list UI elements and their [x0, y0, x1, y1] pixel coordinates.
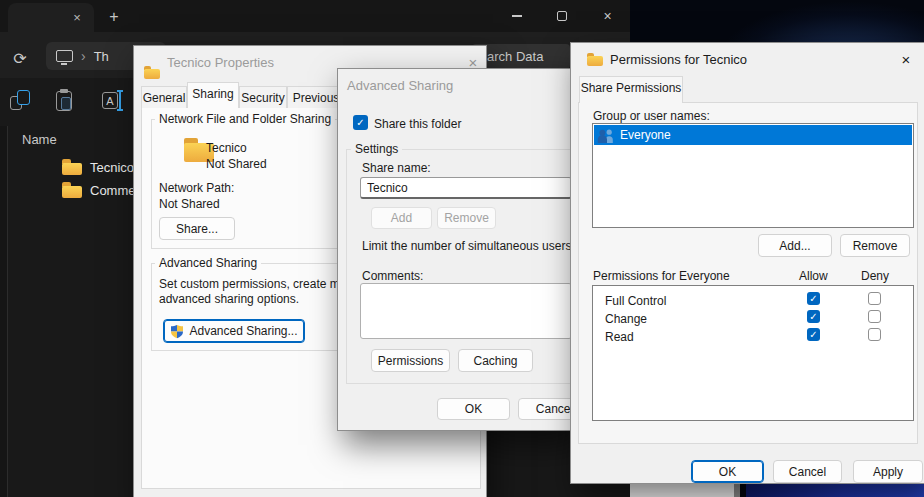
caching-button[interactable]: Caching [458, 349, 533, 372]
permissions-dialog-title: Permissions for Tecnico [610, 52, 747, 67]
close-icon: × [603, 9, 611, 23]
settings-group-title: Settings [351, 142, 402, 156]
properties-dialog-title: Tecnico Properties [167, 55, 274, 70]
share-this-folder-checkbox[interactable]: ✓ [353, 115, 368, 130]
paste-icon-clip [60, 89, 68, 93]
pane-divider [0, 126, 8, 497]
refresh-icon: ⟳ [13, 49, 26, 68]
tab-close-icon[interactable]: × [68, 8, 86, 26]
screen: × + × ⟳ › Th arch Data A Name [0, 0, 924, 497]
permissions-dialog: Permissions for Tecnico × Share Permissi… [570, 42, 924, 484]
share-button[interactable]: Share... [159, 217, 235, 240]
allow-column-header: Allow [799, 269, 828, 283]
uac-shield-icon [170, 324, 184, 339]
maximize-icon [557, 11, 567, 21]
permissions-apply-button[interactable]: Apply [853, 460, 923, 483]
check-icon: ✓ [809, 293, 817, 304]
permissions-table-header: Permissions for Everyone [593, 269, 730, 283]
paste-button[interactable] [54, 90, 76, 112]
allow-full-control-checkbox[interactable]: ✓ [807, 292, 820, 305]
advanced-sharing-dialog: Advanced Sharing ✓ Share this folder Set… [337, 68, 573, 431]
maximize-button[interactable] [539, 0, 584, 32]
share-name-input[interactable] [360, 177, 572, 199]
remove-group-button[interactable]: Remove [840, 234, 910, 257]
limit-users-label: Limit the number of simultaneous users t… [362, 239, 573, 253]
permissions-ok-button[interactable]: OK [691, 460, 764, 483]
remove-share-button[interactable]: Remove [437, 207, 496, 229]
add-group-button[interactable]: Add... [758, 234, 832, 257]
new-tab-button[interactable]: + [104, 7, 124, 27]
rename-icon: A [102, 92, 118, 109]
check-icon: ✓ [809, 311, 817, 322]
group-user-names-label: Group or user names: [593, 109, 710, 123]
close-icon[interactable]: × [897, 50, 915, 68]
network-path-label: Network Path: [159, 181, 234, 195]
deny-column-header: Deny [861, 269, 889, 283]
copy-icon-front [17, 90, 30, 105]
deny-change-checkbox[interactable] [868, 310, 881, 323]
advanced-sharing-desc-line1: Set custom permissions, create multip [159, 277, 362, 291]
deny-read-checkbox[interactable] [868, 328, 881, 341]
copy-button[interactable] [10, 90, 32, 112]
permissions-button[interactable]: Permissions [371, 349, 450, 372]
breadcrumb-text[interactable]: Th [94, 49, 109, 64]
group-user-listbox[interactable]: Everyone [592, 123, 914, 228]
tab-security[interactable]: Security [239, 86, 287, 108]
folder-icon [144, 66, 160, 79]
network-sharing-group-title: Network File and Folder Sharing [155, 112, 335, 126]
refresh-button[interactable]: ⟳ [10, 48, 30, 68]
permission-row-label: Change [605, 312, 647, 326]
folder-name: Tecnico [206, 141, 247, 155]
advanced-sharing-button[interactable]: Advanced Sharing... [163, 319, 305, 343]
permission-row-label: Full Control [605, 294, 666, 308]
minimize-button[interactable] [494, 0, 539, 32]
rename-cursor-icon [119, 90, 121, 111]
check-icon: ✓ [809, 329, 817, 340]
advanced-cancel-button[interactable]: Cancel [518, 398, 573, 420]
chevron-right-icon: › [81, 48, 86, 64]
share-this-folder-label: Share this folder [374, 117, 461, 131]
folder-icon [62, 159, 82, 175]
tab-general[interactable]: General [141, 86, 187, 108]
advanced-sharing-dialog-title: Advanced Sharing [347, 78, 453, 93]
tab-sharing[interactable]: Sharing [187, 82, 239, 108]
advanced-sharing-group-title: Advanced Sharing [155, 256, 261, 270]
list-item-label: Everyone [620, 128, 671, 142]
explorer-active-tab[interactable]: × [8, 3, 94, 32]
group-users-icon [597, 128, 615, 143]
tab-share-permissions[interactable]: Share Permissions [579, 76, 683, 103]
permissions-cancel-button[interactable]: Cancel [773, 460, 842, 483]
folder-icon [62, 182, 82, 198]
permissions-listbox[interactable]: Full Control ✓ Change ✓ Read ✓ [592, 285, 914, 421]
allow-change-checkbox[interactable]: ✓ [807, 310, 820, 323]
share-name-label: Share name: [362, 161, 431, 175]
file-row-label: Tecnico [90, 160, 134, 175]
advanced-sharing-desc-line2: advanced sharing options. [159, 292, 299, 306]
check-icon: ✓ [356, 117, 364, 128]
advanced-sharing-button-label: Advanced Sharing... [189, 324, 297, 338]
deny-full-control-checkbox[interactable] [868, 292, 881, 305]
comments-label: Comments: [362, 269, 423, 283]
advanced-ok-button[interactable]: OK [437, 398, 510, 420]
add-share-button[interactable]: Add [371, 207, 432, 229]
paste-icon-sheet [61, 97, 71, 110]
allow-read-checkbox[interactable]: ✓ [807, 328, 820, 341]
comments-textarea[interactable] [360, 283, 572, 339]
minimize-icon [512, 15, 522, 17]
permission-row-label: Read [605, 330, 634, 344]
network-path-value: Not Shared [159, 197, 220, 211]
folder-icon [587, 53, 603, 66]
folder-share-status: Not Shared [206, 157, 267, 171]
this-pc-icon [56, 50, 73, 62]
close-button[interactable]: × [585, 0, 630, 32]
column-header-name[interactable]: Name [22, 132, 57, 147]
rename-button[interactable]: A [102, 90, 124, 112]
list-item-everyone[interactable]: Everyone [594, 125, 912, 145]
